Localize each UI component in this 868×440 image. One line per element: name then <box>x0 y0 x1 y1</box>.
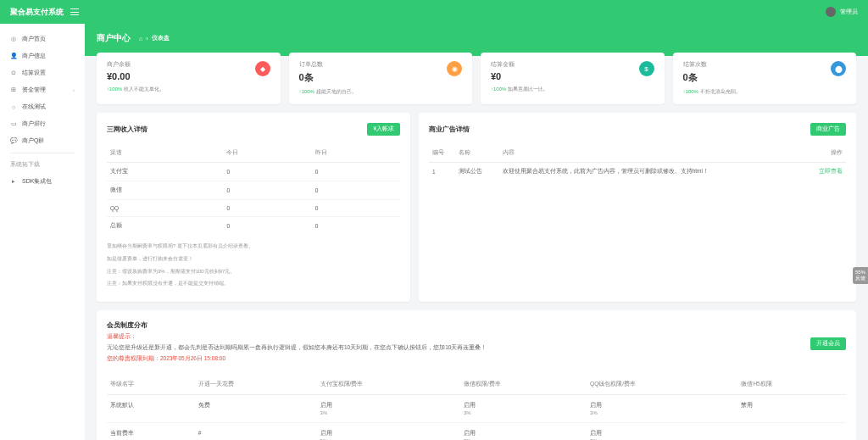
table-header: 等级名字 <box>107 375 195 395</box>
ads-button[interactable]: 商业广告 <box>810 123 846 136</box>
member-table: 等级名字开通一天花费支付宝权限/费率微信权限/费率QQ钱包权限/费率微信H5权限… <box>107 375 846 440</box>
stat-icon: ⬤ <box>831 61 846 76</box>
stat-note: ↑100% 不拒北浪岛光阳。 <box>683 88 847 96</box>
table-row: 支付宝00 <box>107 163 400 181</box>
sidebar-item-label: 商户排行 <box>22 120 46 128</box>
table-header: 微信权限/费率 <box>460 375 587 395</box>
view-link[interactable]: 立即查看 <box>819 168 843 174</box>
sidebar-icon: 👤 <box>10 53 17 59</box>
note-line: 注意：假设装购费率为3%，期期需支付100元收到97元。 <box>107 267 400 276</box>
ads-card: 商业广告详情 商业广告 编号名称内容操作 1测试公告欢迎使用聚合易支付系统，此前… <box>419 113 856 302</box>
stat-note: ↑100% 收入不能太单化。 <box>107 86 270 93</box>
sidebar: ◎ 商户首页 👤 商户信息 ⊙ 结算设置 ⊞ 资金管理 › ○ 在线测试 ▭ 商… <box>0 24 85 440</box>
stat-card: 商户余额 ¥0.00 ↑100% 收入不能太单化。 ◆ <box>97 53 281 104</box>
breadcrumb-current: 仪表盘 <box>152 34 170 42</box>
sidebar-item[interactable]: ▸ SDK集成包 <box>0 173 85 190</box>
income-title: 三网收入详情 <box>107 125 147 134</box>
main-content: 商户中心 ⌂ › 仪表盘 商户余额 ¥0.00 ↑100% 收入不能太单化。 ◆… <box>85 24 868 440</box>
table-header: 操作 <box>803 144 846 163</box>
table-header: 支付宝权限/费率 <box>317 375 460 395</box>
sidebar-item-label: SDK集成包 <box>22 177 52 186</box>
stat-note: ↑100% 超能天地的自己。 <box>299 88 463 96</box>
table-row: 1测试公告欢迎使用聚合易支付系统，此前为广告内容，管理员可删除或修改。支持htm… <box>429 163 846 181</box>
stat-note: ↑100% 如果意愿比一比。 <box>491 86 654 93</box>
table-header: 内容 <box>499 144 803 163</box>
stat-icon: ◆ <box>255 61 270 76</box>
ads-title: 商业广告详情 <box>429 125 470 134</box>
menu-toggle-icon[interactable] <box>70 8 79 15</box>
stat-icon: $ <box>639 61 654 76</box>
stat-label: 商户余额 <box>107 61 270 69</box>
sidebar-icon: 💬 <box>10 137 17 144</box>
sidebar-item-label: 结算设置 <box>22 69 46 77</box>
sidebar-item-label: 资金管理 <box>22 86 46 94</box>
brand-logo: 聚合易支付系统 <box>10 7 79 18</box>
member-card: 会员制度分布 温馨提示： 无论您是升级还是新开通，都会先判是否达到期吗期累一盘再… <box>97 310 856 440</box>
feedback-label: 反馈 <box>855 275 865 282</box>
stat-value: ¥0 <box>491 71 654 81</box>
table-header: 编号 <box>429 144 455 163</box>
sidebar-icon: ▭ <box>10 120 17 127</box>
sidebar-item[interactable]: ⊞ 资金管理 › <box>0 81 85 98</box>
stat-card: 结算金额 ¥0 ↑100% 如果意愿比一比。 $ <box>481 53 665 104</box>
sidebar-item-label: 商户首页 <box>22 35 46 43</box>
stat-card: 结算次数 0条 ↑100% 不拒北浪岛光阳。 ⬤ <box>673 53 857 104</box>
feedback-tab[interactable]: 55% 反馈 <box>853 267 868 284</box>
user-menu[interactable]: 管理员 <box>826 7 858 17</box>
stat-card: 订单总数 0条 ↑100% 超能天地的自己。 ◉ <box>289 53 473 104</box>
divider <box>10 153 75 153</box>
member-tip-text: 无论您是升级还是新开通，都会先判是否达到期吗期累一盘再执行逻辑提，假如您本身还有… <box>107 344 487 352</box>
member-title: 会员制度分布 <box>107 320 487 330</box>
stat-value: 0条 <box>683 71 847 84</box>
table-header: 名称 <box>455 144 498 163</box>
note-line: 注意：如果支付权限没有开通，是不能提交支付销端。 <box>107 279 400 288</box>
page-header: 商户中心 ⌂ › 仪表盘 <box>85 24 868 56</box>
table-row: 微信00 <box>107 181 400 200</box>
ads-table: 编号名称内容操作 1测试公告欢迎使用聚合易支付系统，此前为广告内容，管理员可删除… <box>429 144 846 181</box>
page-title-row: 商户中心 ⌂ › 仪表盘 <box>97 32 856 44</box>
home-icon[interactable]: ⌂ <box>139 36 142 42</box>
top-bar: 聚合易支付系统 管理员 <box>0 0 868 24</box>
table-row: 总额00 <box>107 217 400 236</box>
table-row: 当前费率# 启用3% 启用3% 启用3% <box>107 423 846 440</box>
stat-value: 0条 <box>299 71 463 84</box>
stat-label: 结算金额 <box>491 61 654 69</box>
chevron-right-icon: › <box>73 87 75 92</box>
sidebar-item[interactable]: ◎ 商户首页 <box>0 31 85 47</box>
sidebar-item[interactable]: ⊙ 结算设置 <box>0 64 85 81</box>
table-row: 系统默认免费 启用3% 启用3% 启用3% 禁用 <box>107 395 846 423</box>
table-header: 渠道 <box>107 144 223 163</box>
table-header: 开通一天花费 <box>195 375 317 395</box>
stat-label: 订单总数 <box>299 61 463 69</box>
page-title: 商户中心 <box>97 32 131 44</box>
table-header: 昨日 <box>312 144 400 163</box>
income-button[interactable]: ¥入帐求 <box>367 123 400 136</box>
sidebar-icon: ○ <box>10 103 17 110</box>
stat-value: ¥0.00 <box>107 71 270 81</box>
brand-text: 聚合易支付系统 <box>10 7 64 18</box>
note-line: 如是做废费单，进行打购来会自需变！ <box>107 254 400 264</box>
sidebar-section-label: 系统拓下载 <box>0 157 85 173</box>
sidebar-item[interactable]: 💬 商户Q群 <box>0 132 85 149</box>
member-expire: 您的尊贵权限到期：2023年05月26日 15:08:00 <box>107 355 487 363</box>
chevron-right-icon: › <box>146 36 147 42</box>
user-name: 管理员 <box>840 8 858 16</box>
table-header: 今日 <box>223 144 311 163</box>
table-row: QQ00 <box>107 200 400 217</box>
sidebar-item-label: 在线测试 <box>22 103 46 111</box>
note-line: 显如继存当期嗣费率与权限相? 退下拉本页底部有员介绍录查看。 <box>107 242 400 251</box>
sidebar-item-label: 商户Q群 <box>22 136 44 145</box>
sidebar-icon: ▸ <box>10 178 17 185</box>
member-tip: 温馨提示： <box>107 333 487 341</box>
sidebar-item[interactable]: ▭ 商户排行 <box>0 115 85 132</box>
income-card: 三网收入详情 ¥入帐求 渠道今日昨日 支付宝00微信00QQ00总额00 显如继… <box>97 113 410 302</box>
sidebar-item[interactable]: 👤 商户信息 <box>0 47 85 64</box>
stat-label: 结算次数 <box>683 61 847 69</box>
table-header: QQ钱包权限/费率 <box>587 375 737 395</box>
member-button[interactable]: 开通会员 <box>810 337 846 350</box>
sidebar-item[interactable]: ○ 在线测试 <box>0 98 85 115</box>
stat-row: 商户余额 ¥0.00 ↑100% 收入不能太单化。 ◆ 订单总数 0条 ↑100… <box>97 53 856 104</box>
table-header: 微信H5权限 <box>737 375 846 395</box>
sidebar-icon: ⊞ <box>10 86 17 93</box>
stat-icon: ◉ <box>447 61 462 76</box>
